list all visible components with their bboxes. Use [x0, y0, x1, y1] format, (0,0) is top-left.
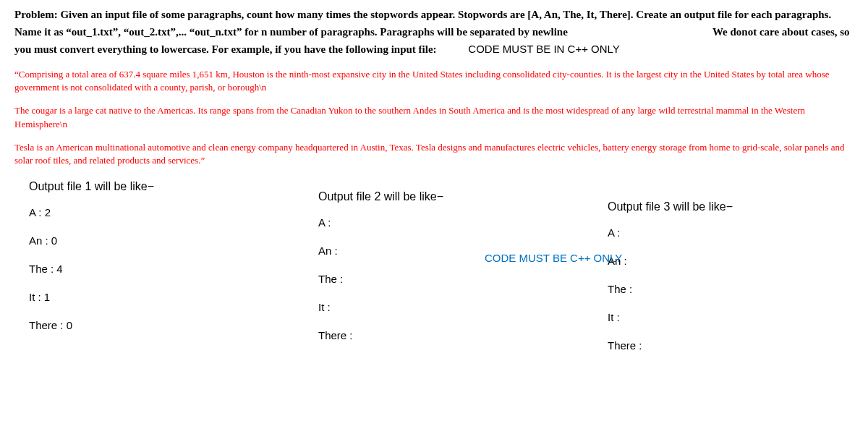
output-column-1: Output file 1 will be like− A : 2 An : 0…	[14, 180, 275, 367]
example-paragraph-2: The cougar is a large cat native to the …	[14, 104, 854, 130]
output-line: The :	[608, 283, 854, 295]
output-line: It :	[318, 301, 564, 313]
code-note-top: CODE MUST BE IN C++ ONLY	[468, 43, 620, 55]
output-line: The : 4	[29, 263, 275, 275]
output-line: There :	[318, 329, 564, 341]
output-line: It : 1	[29, 291, 275, 303]
output-line: A :	[608, 226, 854, 239]
outputs-container: Output file 1 will be like− A : 2 An : 0…	[14, 180, 854, 367]
output-line: A : 2	[29, 206, 275, 218]
output-title-1: Output file 1 will be like−	[29, 180, 275, 193]
output-column-3: Output file 3 will be like− A : An : The…	[593, 180, 854, 367]
example-paragraph-3: Tesla is an American multinational autom…	[14, 141, 854, 167]
output-line: It :	[608, 311, 854, 323]
output-title-3: Output file 3 will be like−	[608, 200, 854, 213]
example-paragraph-1: “Comprising a total area of 637.4 square…	[14, 68, 854, 94]
output-line: An : 0	[29, 234, 275, 247]
output-line: The :	[318, 273, 564, 285]
output-column-2: Output file 2 will be like− A : An : The…	[304, 180, 564, 367]
problem-statement: Problem: Given an input file of some par…	[14, 6, 854, 58]
code-note-middle: CODE MUST BE C++ ONLY	[485, 252, 622, 264]
output-title-2: Output file 2 will be like−	[318, 190, 564, 203]
output-line: There : 0	[29, 319, 275, 331]
output-line: A :	[318, 216, 564, 229]
output-line: An :	[608, 255, 854, 267]
output-line: There :	[608, 339, 854, 352]
problem-text-part1: Problem: Given an input file of some par…	[14, 9, 831, 38]
